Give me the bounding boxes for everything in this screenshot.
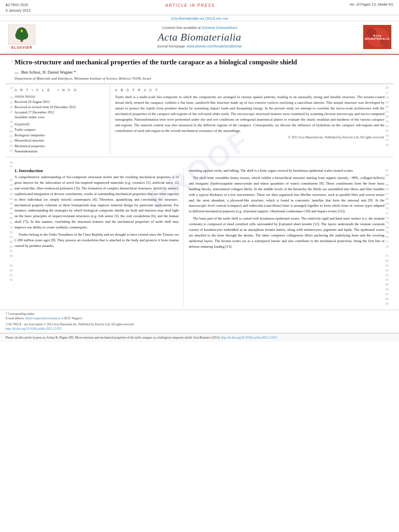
citation-text: Please cite this article in press as: Ac…: [6, 336, 221, 339]
elsevier-image: [8, 25, 35, 45]
abstract-text: Turtle shell is a multi-scale bio-compos…: [115, 94, 385, 134]
keyword-4: Mechanical properties: [14, 144, 107, 149]
sciverse-link[interactable]: SciVerse ScienceDirect: [202, 26, 237, 30]
copyright: © 2012 Acta Materialia Inc. Published by…: [115, 136, 385, 139]
footnote-issn: 1742-7061/$ – see front matter © 2012 Ac…: [6, 322, 179, 327]
keyword-1: Turtle carapace: [14, 127, 107, 133]
page-info: No. of Pages 13, Model 5G: [350, 2, 393, 6]
footnote-right: [184, 312, 393, 331]
keywords-label: Keywords:: [14, 122, 107, 126]
body-left-linenums: 42 43 44 45 46 47 48 49 50 51 52 53 54 5…: [6, 168, 14, 306]
footnote-section: * Corresponding author. E-mail address: …: [0, 310, 399, 333]
divider-1: [6, 84, 393, 84]
top-bar: ACTBIO 2525 8 January 2013 ARTICLE IN PR…: [0, 0, 399, 15]
acta-logo: Acta BIOMATERIALIA: [361, 25, 393, 49]
available: Available online xxxx: [14, 115, 107, 120]
q1-label: Q1: [14, 71, 19, 75]
article-title-section: 3 Micro-structure and mechanical propert…: [0, 55, 399, 82]
svg-point-4: [22, 31, 28, 39]
article-title: Micro-structure and mechanical propertie…: [14, 58, 393, 67]
history-label: Article history:: [14, 94, 107, 99]
journal-header: ELSEVIER Contents lists available at Sci…: [0, 21, 399, 55]
gap-lines: 40 41: [0, 157, 399, 168]
abstract-col: A B S T R A C T Turtle shell is a multi-…: [110, 86, 385, 154]
body-section: 42 43 44 45 46 47 48 49 50 51 52 53 54 5…: [0, 168, 399, 306]
acta-logo-text1: Acta: [365, 34, 390, 37]
footnote-email: E-mail address: daniel.wagner@weizmann.a…: [6, 316, 179, 320]
body-right-linenums: 63 64 65 66 67 68 69 70 71 72 73 74 75 7…: [385, 168, 393, 306]
journal-center: Contents lists available at SciVerse Sci…: [38, 26, 361, 48]
intro-title: 1. Introduction: [14, 168, 179, 173]
intro-text-left: A comprehensive understanding of bio-com…: [14, 175, 179, 249]
journal-homepage: journal homepage: www.elsevier.com/locat…: [42, 44, 357, 48]
body-left-col: 1. Introduction A comprehensive understa…: [14, 168, 184, 306]
keyword-2: Biological composites: [14, 133, 107, 138]
footnote-left: * Corresponding author. E-mail address: …: [6, 312, 184, 331]
svg-rect-5: [21, 30, 23, 32]
journal-cite-line: Acta Biomaterialia xxx (2013) xxx–xxx: [0, 15, 399, 21]
accepted: Accepted 17 December 2012: [14, 110, 107, 115]
article-id: ACTBIO 2525 8 January 2013: [6, 2, 31, 13]
footnote-email-link[interactable]: daniel.wagner@weizmann.ac.il: [25, 316, 64, 320]
footnote-corresponding: * Corresponding author.: [6, 312, 179, 316]
right-line-numbers: 26 27 28 29 30 31 32 33 34 35 36 37 38: [385, 86, 393, 154]
elsevier-logo: ELSEVIER: [6, 25, 38, 49]
footnote-doi-link[interactable]: http://dx.doi.org/10.1016/j.actbio.2012.…: [6, 327, 62, 331]
article-in-press: ARTICLE IN PRESS: [31, 2, 350, 8]
citation-bar: Please cite this article in press as: Ac…: [0, 333, 399, 342]
intro-text-right: smashing against rocks, and falling. The…: [189, 168, 385, 249]
svg-point-3: [15, 31, 22, 39]
journal-title: Acta Biomaterialia: [42, 31, 357, 43]
article-affiliation: Department of Materials and Interfaces, …: [14, 76, 393, 80]
page: PROOF ACTBIO 2525 8 January 2013 ARTICLE…: [0, 0, 399, 532]
abstract-header: A B S T R A C T: [115, 88, 385, 92]
received1: Received 26 August 2012: [14, 99, 107, 105]
article-info-header: A R T I C L E I N F O: [14, 88, 107, 92]
article-info-abstract: 13 14 15 16 17 18 19 20 21 22 23 24 A R …: [0, 86, 399, 154]
keyword-3: Hierarchical structure: [14, 138, 107, 144]
journal-url[interactable]: www.elsevier.com/locate/actabiomat: [187, 44, 242, 48]
article-info-col: A R T I C L E I N F O Article history: R…: [14, 86, 110, 154]
page-number-left: 1: [6, 3, 7, 7]
line-num-7: [6, 70, 14, 76]
elsevier-text: ELSEVIER: [8, 45, 35, 49]
sciverse-line: Contents lists available at SciVerse Sci…: [42, 26, 357, 30]
article-authors: Ben Achrai, H. Daniel Wagner *: [21, 70, 76, 74]
citation-doi[interactable]: http://dx.doi.org/10.1016/j.actbio.2012.…: [221, 336, 277, 339]
left-line-numbers: 13 14 15 16 17 18 19 20 21 22 23 24: [6, 86, 14, 154]
acta-logo-text2: BIOMATERIALIA: [365, 37, 390, 40]
received2: Received in revised form 16 December 201…: [14, 105, 107, 110]
footnote-doi: http://dx.doi.org/10.1016/j.actbio.2012.…: [6, 327, 179, 331]
line-num-3: 3: [6, 58, 14, 69]
keywords-list: Turtle carapace Biological composites Hi…: [14, 127, 107, 154]
body-right-col: smashing against rocks, and falling. The…: [184, 168, 385, 306]
keyword-5: Nanoindentation: [14, 149, 107, 154]
